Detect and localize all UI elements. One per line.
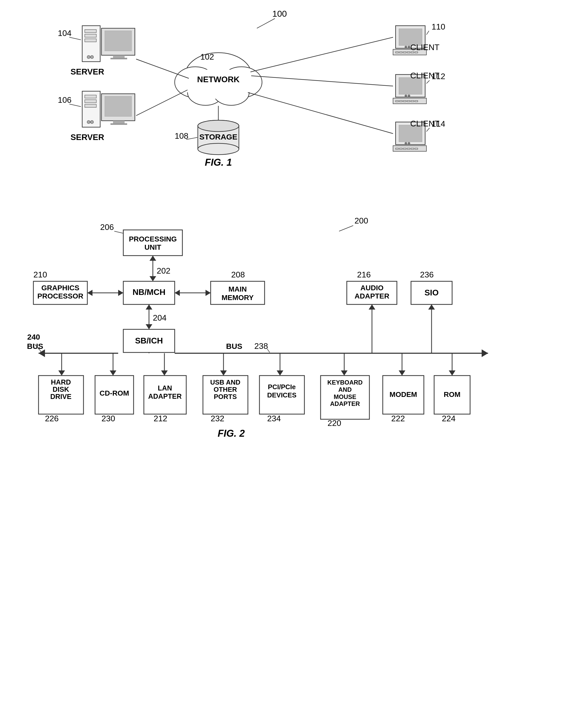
svg-marker-76 <box>146 305 152 310</box>
svg-marker-70 <box>175 290 180 296</box>
ref-114: 114 <box>432 119 445 128</box>
ref-110: 110 <box>432 22 445 32</box>
svg-marker-103 <box>399 370 405 376</box>
ref-210: 210 <box>34 270 47 279</box>
server1-label: SERVER <box>70 67 104 76</box>
svg-line-60 <box>251 76 393 86</box>
svg-point-17 <box>90 121 93 124</box>
svg-text:▭▭▭▭▭▭: ▭▭▭▭▭▭ <box>395 146 418 150</box>
ref-240-label: 240 <box>27 333 40 341</box>
processing-unit-text: PROCESSING <box>129 235 177 243</box>
svg-marker-93 <box>110 370 117 376</box>
svg-line-82 <box>267 349 270 352</box>
storage-cylinder: STORAGE <box>198 120 239 154</box>
hard-disk-text2: DISK <box>52 386 69 393</box>
cd-rom-text: CD-ROM <box>100 389 129 397</box>
sio-text: SIO <box>424 288 439 297</box>
svg-marker-87 <box>369 305 375 310</box>
svg-rect-19 <box>105 96 131 117</box>
ref-206: 206 <box>100 223 114 232</box>
svg-line-61 <box>248 92 393 133</box>
bus-right-label: BUS <box>226 342 242 350</box>
svg-rect-2 <box>85 29 96 33</box>
svg-point-53 <box>408 142 410 145</box>
ref-208: 208 <box>231 270 245 279</box>
ref-200: 200 <box>355 216 368 225</box>
ref-236: 236 <box>420 270 434 279</box>
ref-224: 224 <box>442 414 456 423</box>
svg-rect-8 <box>105 31 131 51</box>
svg-marker-78 <box>39 349 45 357</box>
ref-232: 232 <box>211 414 224 423</box>
svg-marker-67 <box>149 256 156 261</box>
svg-marker-69 <box>206 290 211 296</box>
processing-unit-text2: UNIT <box>144 243 161 251</box>
svg-marker-95 <box>161 370 168 376</box>
svg-line-57 <box>136 59 189 78</box>
ref-230: 230 <box>102 414 115 423</box>
svg-line-0 <box>257 19 275 28</box>
modem-text: MODEM <box>390 391 417 398</box>
keyboard-mouse-text: KEYBOARD <box>327 379 362 386</box>
main-memory-text2: MEMORY <box>222 294 254 302</box>
audio-adapter-text: AUDIO <box>360 284 383 292</box>
svg-point-34 <box>198 120 239 131</box>
svg-marker-73 <box>118 290 123 296</box>
fig1-label: FIG. 1 <box>205 157 232 168</box>
svg-line-42 <box>426 31 429 35</box>
svg-marker-80 <box>482 349 488 357</box>
svg-point-52 <box>404 142 407 145</box>
rom-text: ROM <box>444 391 460 398</box>
ref-106: 106 <box>58 95 71 105</box>
svg-point-39 <box>408 46 410 48</box>
network-label: NETWORK <box>197 75 239 84</box>
svg-rect-13 <box>85 95 96 98</box>
svg-marker-66 <box>149 276 156 281</box>
storage-label: STORAGE <box>200 132 237 141</box>
lan-adapter-text: LAN <box>158 384 172 392</box>
svg-point-38 <box>404 46 407 48</box>
svg-rect-14 <box>85 100 96 103</box>
svg-rect-3 <box>85 34 96 37</box>
ref-102: 102 <box>201 52 214 61</box>
svg-line-56 <box>426 128 429 131</box>
sb-ich-text: SB/ICH <box>135 336 163 345</box>
ref-216: 216 <box>357 270 371 279</box>
graphics-processor-text: GRAPHICS <box>41 284 79 292</box>
usb-ports-text: USB AND <box>210 378 240 386</box>
svg-marker-72 <box>87 290 92 296</box>
svg-rect-15 <box>85 104 96 107</box>
svg-marker-105 <box>449 370 456 376</box>
usb-ports-text3: PORTS <box>214 393 237 400</box>
svg-rect-10 <box>110 58 127 59</box>
graphics-processor-text2: PROCESSOR <box>38 292 83 300</box>
client1-label: CLIENT <box>410 43 440 52</box>
svg-marker-101 <box>341 370 348 376</box>
ref-112: 112 <box>432 72 445 81</box>
ref-104: 104 <box>58 28 71 38</box>
hard-disk-text: HARD <box>51 378 71 386</box>
ref-212: 212 <box>154 414 167 423</box>
hard-disk-text3: DRIVE <box>50 393 72 400</box>
usb-ports-text2: OTHER <box>214 386 237 393</box>
bus-left-label: BUS <box>27 342 43 350</box>
ref-220: 220 <box>328 418 341 428</box>
svg-line-11 <box>69 37 81 40</box>
svg-rect-21 <box>110 123 127 125</box>
ref-222: 222 <box>391 414 405 423</box>
svg-point-16 <box>87 121 90 124</box>
svg-point-45 <box>404 95 407 97</box>
ref-100: 100 <box>272 9 287 19</box>
keyboard-mouse-text2: AND <box>338 386 352 393</box>
keyboard-mouse-text4: ADAPTER <box>330 400 360 407</box>
svg-marker-91 <box>58 370 65 376</box>
pci-devices-text: PCI/PCIe <box>268 383 296 391</box>
main-memory-text: MAIN <box>228 285 247 293</box>
svg-marker-89 <box>428 305 435 310</box>
fig2-label: FIG. 2 <box>217 428 245 439</box>
svg-rect-9 <box>113 55 125 58</box>
ref-226: 226 <box>45 414 59 423</box>
audio-adapter-text2: ADAPTER <box>355 292 389 300</box>
svg-text:▭▭▭▭▭▭: ▭▭▭▭▭▭ <box>395 99 418 103</box>
svg-marker-97 <box>220 370 227 376</box>
